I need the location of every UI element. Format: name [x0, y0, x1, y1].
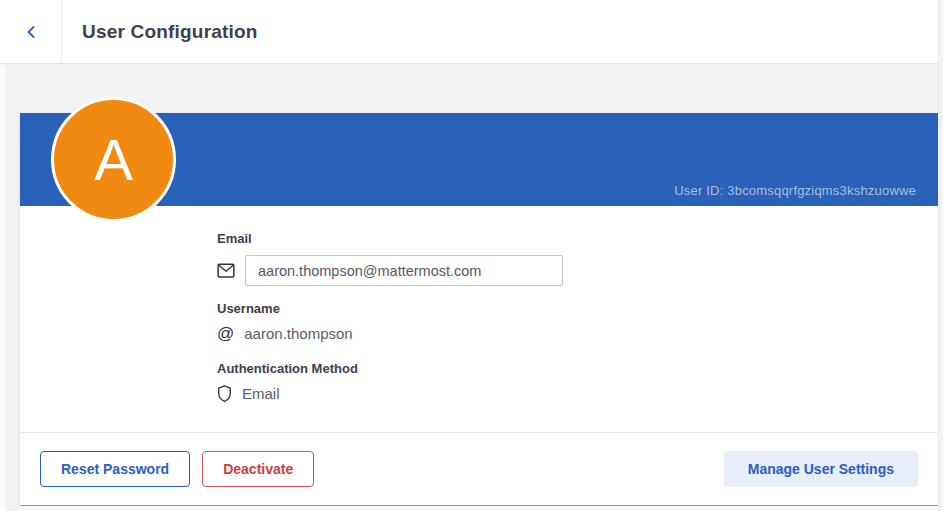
auth-method-field-group: Authentication Method Email — [217, 361, 938, 402]
username-field-group: Username @ aaron.thompson — [217, 301, 938, 342]
user-configuration-card: A User ID: 3bcomsqqrfgziqms3kshzuowwe Em… — [20, 113, 938, 505]
email-field-group: Email — [217, 231, 938, 286]
deactivate-button[interactable]: Deactivate — [202, 451, 314, 487]
username-label: Username — [217, 301, 938, 316]
avatar: A — [51, 97, 176, 222]
auth-method-label: Authentication Method — [217, 361, 938, 376]
auth-method-value: Email — [242, 385, 280, 402]
manage-user-settings-button[interactable]: Manage User Settings — [724, 451, 918, 487]
user-id-text: User ID: 3bcomsqqrfgziqms3kshzuowwe — [674, 183, 916, 198]
next-section-edge — [20, 505, 938, 511]
page-title: User Configuration — [82, 21, 258, 43]
chevron-left-icon — [21, 22, 41, 42]
card-footer: Reset Password Deactivate Manage User Se… — [20, 432, 938, 505]
email-label: Email — [217, 231, 938, 246]
top-bar: User Configuration — [0, 0, 938, 64]
reset-password-button[interactable]: Reset Password — [40, 451, 190, 487]
mail-icon — [217, 263, 235, 278]
profile-fields: Email Username @ aaron.thompson — [20, 206, 938, 432]
back-button[interactable] — [0, 0, 62, 64]
avatar-letter: A — [94, 131, 133, 189]
username-value: aaron.thompson — [244, 325, 352, 342]
shield-icon — [217, 385, 232, 402]
right-gutter — [938, 0, 943, 511]
left-gutter — [0, 65, 6, 511]
at-sign-icon: @ — [217, 325, 234, 342]
email-input[interactable] — [245, 255, 563, 286]
profile-banner: A User ID: 3bcomsqqrfgziqms3kshzuowwe — [20, 113, 938, 206]
